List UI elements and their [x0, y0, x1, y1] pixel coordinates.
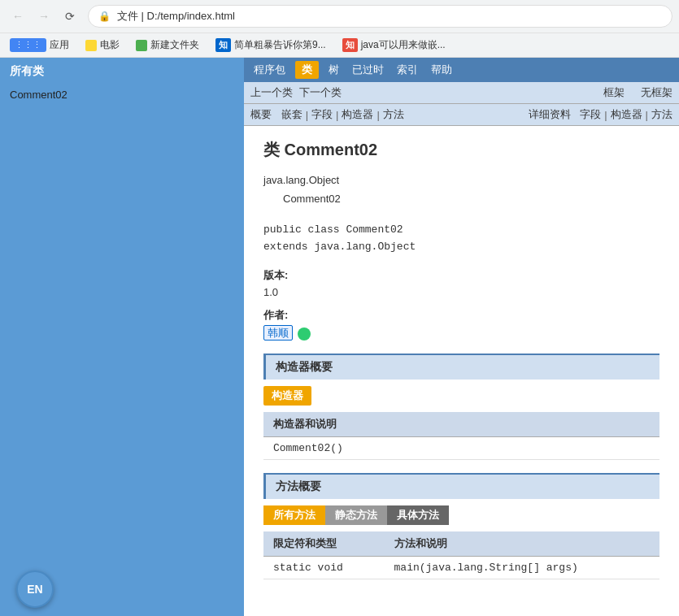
method-table: 限定符和类型 方法和说明 static void main(java.lang.…	[263, 531, 659, 579]
detail-summary[interactable]: 概要	[250, 107, 272, 122]
content-area: 程序包 类 树 已过时 索引 帮助 上一个类 下一个类 框架 无框架 概要 嵌套…	[244, 58, 679, 616]
method-col2: 方法和说明	[385, 531, 659, 557]
inheritance-tree: java.lang.Object Comment02	[263, 171, 659, 209]
signature-line1: public class Comment02	[263, 222, 659, 239]
bookmark-movie[interactable]: 电影	[82, 37, 123, 54]
language-badge[interactable]: EN	[16, 570, 54, 608]
detail-label: 详细资料	[529, 107, 571, 122]
method-section-header: 方法概要	[263, 473, 659, 499]
nav-tree[interactable]: 树	[325, 61, 342, 79]
bookmark-new-folder[interactable]: 新建文件夹	[133, 37, 202, 54]
detail-detail-field[interactable]: 字段	[580, 107, 601, 122]
javadoc-navbar: 程序包 类 树 已过时 索引 帮助	[244, 58, 679, 82]
nav-help[interactable]: 帮助	[428, 61, 455, 79]
address-text: 文件 | D:/temp/index.html	[117, 9, 662, 24]
framed-link[interactable]: 框架	[603, 85, 625, 100]
sidebar-item-comment02[interactable]: Comment02	[0, 85, 244, 104]
badge-static-methods[interactable]: 静态方法	[325, 505, 387, 525]
no-frame-link[interactable]: 无框架	[641, 85, 672, 100]
browser-toolbar: ← → ⟳ 🔒 文件 | D:/temp/index.html	[0, 0, 679, 33]
nav-index[interactable]: 索引	[394, 61, 421, 79]
version-label: 版本:	[263, 268, 659, 283]
author-value: 韩顺	[263, 326, 659, 341]
bookmark-simple-label: 简单粗暴告诉你第9...	[234, 38, 326, 52]
bookmark-apps-label: 应用	[50, 38, 69, 52]
cursor-indicator	[298, 328, 311, 341]
bookmarks-bar: ⋮⋮⋮ 应用 电影 新建文件夹 知 简单粗暴告诉你第9... 知 java可以用…	[0, 33, 679, 57]
browser-chrome: ← → ⟳ 🔒 文件 | D:/temp/index.html ⋮⋮⋮ 应用 电…	[0, 0, 679, 58]
sidebar-header: 所有类	[0, 58, 244, 85]
forward-button[interactable]: →	[33, 5, 55, 28]
author-label: 作者:	[263, 308, 659, 323]
author-link[interactable]: 韩顺	[263, 325, 293, 341]
bookmark-simple[interactable]: 知 简单粗暴告诉你第9...	[212, 37, 329, 54]
method-row-modifier: static void	[263, 557, 385, 579]
class-title: 类 Comment02	[263, 139, 659, 161]
apps-icon: ⋮⋮⋮	[10, 38, 46, 52]
bookmark-apps[interactable]: ⋮⋮⋮ 应用	[7, 37, 72, 54]
detail-method[interactable]: 方法	[383, 107, 404, 122]
inheritance-root: java.lang.Object	[263, 174, 339, 186]
nav-package[interactable]: 程序包	[250, 61, 289, 79]
inheritance-child: Comment02	[263, 189, 659, 208]
constructor-row: Comment02()	[263, 437, 659, 460]
detail-field[interactable]: 字段	[311, 107, 333, 122]
bookmark-movie-label: 电影	[100, 38, 120, 52]
bookmark-java-label: java可以用来做嵌...	[361, 38, 446, 52]
sidebar: 所有类 Comment02	[0, 58, 244, 616]
nav-buttons: ← → ⟳	[7, 5, 81, 28]
nav-deprecated[interactable]: 已过时	[349, 61, 387, 79]
class-signature: public class Comment02 extends java.lang…	[263, 222, 659, 256]
address-bar[interactable]: 🔒 文件 | D:/temp/index.html	[88, 5, 672, 28]
detail-detail-constructor[interactable]: 构造器	[611, 107, 642, 122]
method-col1: 限定符和类型	[263, 531, 385, 557]
bookmark-new-label: 新建文件夹	[150, 38, 199, 52]
folder-icon	[136, 40, 147, 51]
version-value: 1.0	[263, 286, 659, 298]
constructor-row-text: Comment02()	[273, 442, 343, 454]
detail-nested[interactable]: 嵌套	[281, 107, 303, 122]
bookmark-java[interactable]: 知 java可以用来做嵌...	[339, 37, 449, 54]
detail-navbar: 概要 嵌套 | 字段 | 构造器 | 方法 详细资料 字段 | 构造器 | 方法	[244, 104, 679, 126]
badge-all-methods[interactable]: 所有方法	[263, 505, 325, 525]
sub-navbar: 上一个类 下一个类 框架 无框架	[244, 82, 679, 104]
nav-class[interactable]: 类	[295, 61, 319, 79]
detail-constructor[interactable]: 构造器	[342, 107, 373, 122]
constructor-section-header: 构造器概要	[263, 354, 659, 380]
class-prefix: 类	[263, 141, 285, 158]
main-layout: 所有类 Comment02 程序包 类 树 已过时 索引 帮助 上一个类 下一个…	[0, 58, 679, 616]
method-badges: 所有方法 静态方法 具体方法	[263, 505, 659, 525]
method-row-signature: main(java.lang.String[] args)	[385, 557, 659, 579]
class-name: Comment02	[285, 141, 377, 158]
constructor-table-header: 构造器和说明	[263, 412, 659, 437]
movie-icon	[85, 40, 97, 51]
signature-line2: extends java.lang.Object	[263, 239, 659, 256]
java-icon: 知	[342, 38, 358, 52]
next-class-link[interactable]: 下一个类	[299, 85, 342, 100]
frame-separator	[631, 87, 634, 99]
lock-icon: 🔒	[98, 11, 111, 22]
badge-concrete-methods[interactable]: 具体方法	[387, 505, 449, 525]
prev-class-link[interactable]: 上一个类	[250, 85, 293, 100]
method-row: static void main(java.lang.String[] args…	[263, 557, 659, 579]
detail-detail-method[interactable]: 方法	[651, 107, 672, 122]
page-content: 类 Comment02 java.lang.Object Comment02 p…	[244, 126, 679, 592]
reload-button[interactable]: ⟳	[59, 5, 81, 28]
back-button[interactable]: ←	[7, 5, 29, 28]
zhihu-icon: 知	[215, 38, 231, 52]
constructor-badge: 构造器	[263, 386, 311, 406]
